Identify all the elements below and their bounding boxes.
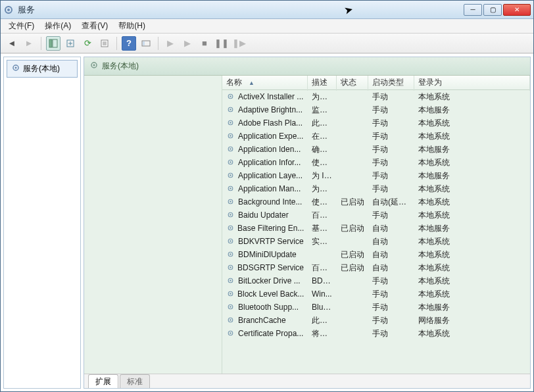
list-rows: ActiveX Installer ...为从 ...手动本地系统Adaptiv…	[222, 90, 530, 340]
service-icon	[226, 105, 235, 114]
service-icon	[226, 316, 235, 325]
window-controls: ─ ▢ ✕	[464, 4, 531, 16]
service-logon: 网络服务	[414, 314, 530, 328]
service-logon: 本地系统	[414, 235, 530, 249]
service-row[interactable]: Application Expe...在应...手动本地系统	[222, 130, 530, 143]
svg-point-14	[93, 64, 95, 66]
col-desc-header[interactable]: 描述	[308, 76, 337, 91]
svg-point-32	[230, 201, 231, 202]
service-logon: 本地系统	[414, 90, 530, 104]
service-row[interactable]: Adaptive Brightn...监视...手动本地服务	[222, 103, 530, 116]
properties-button[interactable]	[97, 36, 112, 51]
stop-button[interactable]: ■	[197, 36, 212, 51]
menu-action[interactable]: 操作(A)	[39, 18, 76, 34]
svg-point-46	[230, 293, 231, 294]
menu-view[interactable]: 查看(V)	[76, 18, 113, 34]
col-name-header[interactable]: 名称▲	[222, 76, 308, 91]
col-startup-header[interactable]: 启动类型	[368, 76, 414, 91]
service-desc: 为从 ...	[308, 90, 337, 104]
service-name: Application Expe...	[238, 132, 303, 141]
service-row[interactable]: Application Iden...确定...手动本地服务	[222, 143, 530, 156]
service-row[interactable]: Application Infor...使用...手动本地系统	[222, 156, 530, 169]
service-row[interactable]: Background Inte...使用...已启动自动(延迟...本地系统	[222, 195, 530, 208]
service-status	[337, 135, 368, 137]
service-status	[337, 161, 368, 164]
pause-button[interactable]: ❚❚	[214, 36, 229, 51]
show-hide-tree-button[interactable]	[46, 36, 61, 51]
svg-point-44	[230, 280, 231, 281]
service-status	[337, 187, 368, 190]
svg-point-48	[230, 306, 231, 307]
service-row[interactable]: BDMiniDlUpdate已启动自动本地系统	[222, 248, 530, 261]
service-row[interactable]: BDKVRTP Service实时...自动本地系统	[222, 235, 530, 248]
service-row[interactable]: Adobe Flash Pla...此服...手动本地系统	[222, 116, 530, 130]
service-startup: 自动	[368, 222, 414, 235]
service-desc: 基本...	[308, 222, 337, 235]
service-row[interactable]: Block Level Back...Win...手动本地系统	[222, 287, 530, 301]
service-logon: 本地系统	[414, 274, 530, 288]
forward-button[interactable]: ►	[22, 36, 36, 51]
svg-point-28	[230, 174, 231, 176]
service-row[interactable]: Bluetooth Supp...Blue...手动本地服务	[222, 301, 530, 314]
service-name: Baidu Updater	[238, 210, 289, 220]
export-button[interactable]	[63, 36, 78, 51]
minimize-button[interactable]: ─	[464, 4, 482, 16]
titlebar[interactable]: 服务 ─ ▢ ✕	[1, 1, 533, 19]
service-row[interactable]: ActiveX Installer ...为从 ...手动本地系统	[222, 90, 530, 103]
toolbar: ◄ ► ⟳ ? ▶ ▶ ■ ❚❚ ❚▶	[1, 34, 533, 53]
service-startup: 手动	[368, 156, 414, 170]
console-button[interactable]	[139, 36, 153, 51]
service-name: Application Iden...	[238, 145, 301, 154]
service-status	[337, 306, 368, 308]
col-logon-header[interactable]: 登录为	[414, 76, 530, 91]
restart-button[interactable]: ❚▶	[231, 36, 246, 51]
service-icon	[226, 224, 235, 233]
refresh-button[interactable]: ⟳	[80, 36, 95, 51]
service-status	[337, 148, 368, 151]
services-list[interactable]: 名称▲ 描述 状态 启动类型 登录为 ActiveX Installer ...…	[222, 76, 530, 374]
service-desc: 确定...	[308, 143, 337, 157]
service-row[interactable]: Certificate Propa...将用...手动本地系统	[222, 327, 530, 340]
service-name: Application Laye...	[238, 171, 303, 180]
service-row[interactable]: Base Filtering En...基本...已启动自动本地服务	[222, 222, 530, 235]
svg-rect-3	[53, 39, 57, 47]
back-button[interactable]: ◄	[5, 36, 19, 51]
svg-point-1	[7, 9, 10, 11]
help-button[interactable]: ?	[122, 36, 136, 51]
service-logon: 本地系统	[414, 156, 530, 170]
tab-extended[interactable]: 扩展	[88, 374, 118, 389]
main-header: 服务(本地)	[84, 57, 530, 76]
service-desc: 监视...	[308, 103, 337, 117]
service-startup: 手动	[368, 103, 414, 117]
close-button[interactable]: ✕	[503, 4, 531, 16]
service-name: BDSGRTP Service	[237, 263, 304, 272]
service-logon: 本地系统	[414, 208, 530, 222]
maximize-button[interactable]: ▢	[483, 4, 502, 16]
service-name: BDKVRTP Service	[238, 237, 304, 246]
col-status-header[interactable]: 状态	[337, 76, 368, 91]
service-name: Bluetooth Supp...	[238, 303, 299, 312]
service-logon: 本地系统	[414, 116, 530, 130]
service-status	[337, 214, 368, 216]
service-status: 已启动	[337, 261, 368, 275]
tab-standard[interactable]: 标准	[120, 374, 150, 389]
service-desc: Win...	[308, 288, 337, 300]
service-startup: 手动	[368, 169, 414, 183]
service-row[interactable]: Baidu Updater百度...手动本地系统	[222, 208, 530, 222]
nav-services-local[interactable]: 服务(本地)	[7, 60, 78, 78]
service-row[interactable]: BitLocker Drive ...BDE...手动本地系统	[222, 274, 530, 287]
main-body: 名称▲ 描述 状态 启动类型 登录为 ActiveX Installer ...…	[84, 76, 530, 374]
service-startup: 手动	[368, 301, 414, 314]
service-row[interactable]: BDSGRTP Service百度...已启动自动本地系统	[222, 261, 530, 274]
service-row[interactable]: BranchCache此服...手动网络服务	[222, 314, 530, 327]
menu-file[interactable]: 文件(F)	[3, 18, 39, 34]
service-name: ActiveX Installer ...	[238, 92, 303, 101]
menu-help[interactable]: 帮助(H)	[113, 18, 151, 34]
start-button[interactable]: ▶	[163, 36, 178, 51]
service-desc: 将用...	[308, 327, 337, 341]
sort-asc-icon: ▲	[249, 80, 255, 86]
service-row[interactable]: Application Man...为通...手动本地系统	[222, 182, 530, 195]
service-icon	[226, 276, 235, 285]
service-row[interactable]: Application Laye...为 In...手动本地服务	[222, 169, 530, 182]
start-button-2[interactable]: ▶	[180, 36, 195, 51]
